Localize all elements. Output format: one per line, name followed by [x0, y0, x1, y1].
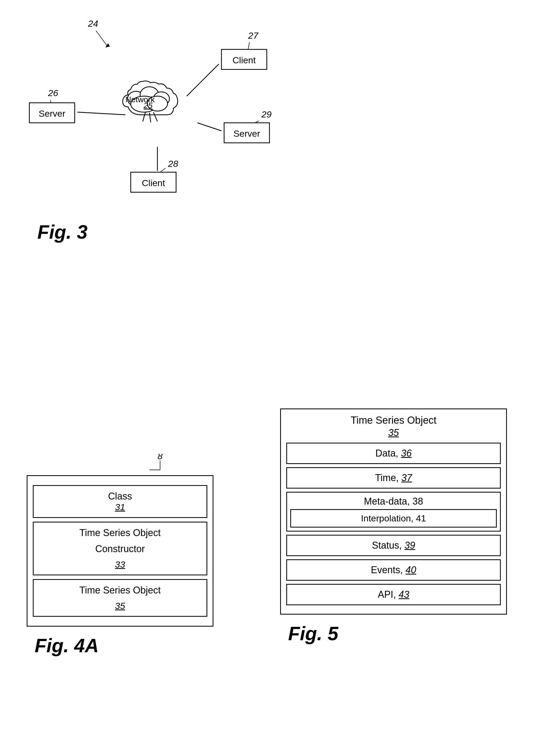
svg-text:Client: Client: [142, 178, 165, 188]
fig5-time-box: Time, 37: [286, 467, 501, 488]
svg-line-1: [187, 64, 219, 96]
svg-line-3: [197, 123, 221, 131]
fig3-svg: Network 25 Server Client Client Server 2…: [16, 8, 310, 243]
interpolation-label: Interpolation,: [361, 513, 413, 523]
svg-line-30: [160, 168, 165, 172]
svg-text:Server: Server: [39, 108, 65, 119]
class-box: Class 31: [33, 485, 207, 518]
interpolation-box: Interpolation, 41: [290, 509, 497, 528]
events-ref: 40: [405, 564, 416, 575]
svg-text:26: 26: [48, 88, 58, 98]
ts-box-4a: Time Series Object 35: [33, 579, 207, 617]
metadata-label: Meta-data,: [364, 496, 410, 507]
events-label: Events,: [371, 564, 403, 575]
constructor-title2: Constructor: [36, 543, 204, 555]
data-ref: 36: [401, 448, 412, 459]
fig5-events-box: Events, 40: [286, 559, 501, 581]
metadata-ref: 38: [412, 496, 423, 507]
page: Network 25 Server Client Client Server 2…: [0, 0, 560, 739]
metadata-title: Meta-data, 38: [290, 496, 497, 507]
svg-text:Server: Server: [233, 128, 260, 139]
fig5-title-ref: 35: [286, 427, 501, 438]
svg-text:Client: Client: [233, 55, 256, 65]
fig5-metadata-group: Meta-data, 38 Interpolation, 41: [286, 492, 501, 532]
class-title: Class: [36, 491, 204, 502]
status-ref: 39: [404, 540, 415, 551]
interpolation-ref: 41: [416, 513, 426, 523]
svg-marker-24: [106, 43, 110, 47]
svg-text:25: 25: [143, 101, 153, 110]
fig3-area: Network 25 Server Client Client Server 2…: [16, 8, 310, 248]
ts-title-4a: Time Series Object: [36, 585, 204, 596]
fig5-label: Fig. 5: [280, 623, 507, 644]
fig5-title: Time Series Object: [286, 415, 501, 426]
constructor-box: Time Series Object Constructor 33: [33, 522, 207, 575]
fig5-outer-box: Time Series Object 35 Data, 36 Time, 37 …: [280, 409, 507, 615]
fig4a-label: Fig. 4A: [27, 635, 213, 656]
class-ref: 31: [115, 502, 125, 512]
constructor-title1: Time Series Object: [36, 527, 204, 539]
constructor-ref: 33: [115, 559, 125, 570]
svg-text:29: 29: [261, 109, 271, 119]
fig4a-area: 8 Class 31 Time Series Object Constructo…: [27, 454, 213, 656]
time-ref: 37: [401, 472, 412, 483]
api-ref: 43: [399, 589, 409, 600]
svg-text:27: 27: [248, 30, 258, 40]
fig5-area: Time Series Object 35 Data, 36 Time, 37 …: [280, 409, 507, 644]
ref8-svg: 8: [144, 454, 176, 475]
svg-line-23: [96, 31, 107, 45]
ts-ref-4a: 35: [115, 601, 125, 611]
status-label: Status,: [372, 540, 402, 551]
svg-text:24: 24: [88, 18, 98, 29]
fig5-data-box: Data, 36: [286, 443, 501, 464]
fig5-status-box: Status, 39: [286, 535, 501, 556]
svg-line-0: [77, 112, 126, 115]
fig5-api-box: API, 43: [286, 584, 501, 605]
time-label: Time,: [375, 472, 399, 483]
fig4a-outer-box: Class 31 Time Series Object Constructor …: [27, 475, 213, 627]
api-label: API,: [378, 589, 396, 600]
svg-text:28: 28: [168, 159, 178, 169]
svg-text:8: 8: [158, 454, 163, 461]
svg-line-28: [248, 42, 249, 49]
fig3-label: Fig. 3: [37, 221, 87, 243]
data-label: Data,: [375, 448, 398, 459]
